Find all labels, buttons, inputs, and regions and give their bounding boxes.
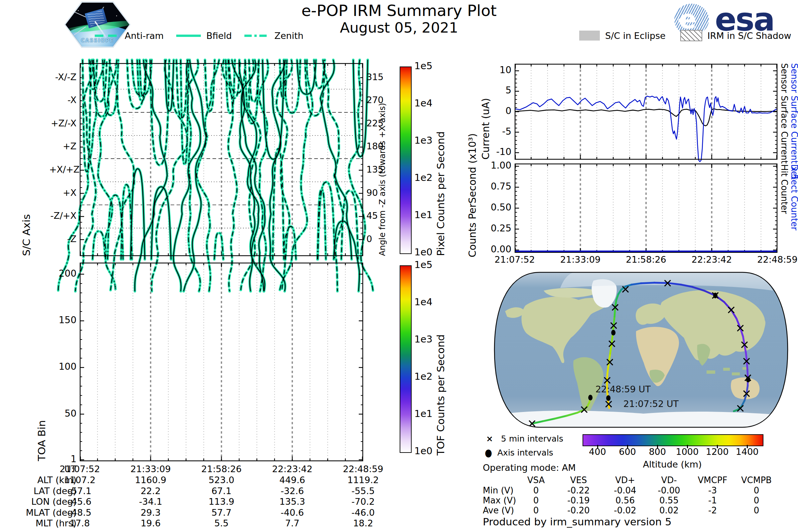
time-xtick: 22:23:42 bbox=[685, 255, 739, 265]
operating-mode: Operating mode: AM bbox=[483, 463, 576, 473]
angle-ytick: 315 bbox=[366, 72, 390, 82]
voltage-col-header: VCMPB bbox=[733, 475, 780, 485]
voltage-col-header: VD+ bbox=[602, 475, 648, 485]
ephemeris-value: 135.3 bbox=[259, 497, 325, 507]
voltage-value: -0.02 bbox=[602, 506, 648, 515]
ephemeris-value: -45.6 bbox=[46, 497, 113, 507]
altitude-tick-mark bbox=[657, 445, 658, 448]
sc-ytick: -Z/+X bbox=[49, 211, 76, 221]
voltage-col-header: VMCPF bbox=[689, 475, 736, 485]
legend-label: Bfield bbox=[206, 31, 232, 41]
map-annotation: 22:48:59 UT bbox=[595, 384, 651, 394]
voltage-value: -0.20 bbox=[555, 506, 602, 515]
toa-ytick: 100 bbox=[49, 362, 76, 372]
voltage-value: 0.02 bbox=[646, 506, 692, 515]
pixel-colorbar bbox=[400, 66, 412, 254]
sc-ytick: -X/-Z bbox=[49, 72, 76, 82]
sc-ytick: +X bbox=[49, 188, 76, 198]
altitude-tick-mark bbox=[687, 445, 688, 448]
colorbar-tick: 1e2 bbox=[414, 173, 441, 183]
ephemeris-value: 18.2 bbox=[330, 518, 396, 528]
sc-ytick: -Z bbox=[49, 234, 76, 244]
legend-label: Anti-ram bbox=[125, 31, 164, 41]
counts-ytick: 1.00 bbox=[483, 160, 511, 171]
ephemeris-value: -48.5 bbox=[46, 508, 113, 518]
ephemeris-value: -55.5 bbox=[330, 486, 396, 496]
ephemeris-value: 21:58:26 bbox=[188, 464, 255, 474]
ephemeris-value: 113.9 bbox=[188, 497, 255, 507]
ephemeris-value: 17.8 bbox=[46, 518, 113, 528]
ephemeris-value: 449.6 bbox=[259, 475, 325, 485]
pixel-colorbar-label: Pixel Counts per Second bbox=[435, 63, 446, 256]
colorbar-tick: 1e4 bbox=[414, 297, 441, 307]
angle-ytick: 225 bbox=[366, 118, 390, 128]
voltage-value: 0 bbox=[733, 496, 780, 506]
ephemeris-value: 29.3 bbox=[117, 508, 184, 518]
angle-ytick: 180 bbox=[366, 141, 390, 151]
altitude-tick: 1200 bbox=[702, 447, 732, 457]
ephemeris-value: 1107.2 bbox=[46, 475, 113, 485]
map-annotation: 21:07:52 UT bbox=[624, 399, 679, 409]
sc-ytick: +Z bbox=[49, 141, 76, 151]
colorbar-tick: 1e4 bbox=[414, 98, 441, 109]
counts-ylabel: Counts Per Second (x10³) bbox=[467, 159, 478, 258]
legend-item-antiram: Anti-ram bbox=[95, 31, 164, 41]
angle-ytick: 90 bbox=[366, 188, 390, 198]
voltage-value: 0 bbox=[733, 486, 780, 495]
voltage-value: 0 bbox=[513, 486, 559, 495]
voltage-value: 0.55 bbox=[646, 496, 692, 506]
current-plot bbox=[515, 64, 777, 159]
counts-ytick: 0.25 bbox=[483, 224, 511, 234]
colorbar-tick: 1e1 bbox=[414, 210, 441, 221]
tof-colorbar-label: TOF Counts per Second bbox=[435, 263, 446, 456]
voltage-value: -0.00 bbox=[646, 486, 692, 495]
produced-by-footer: Produced by irm_summary version 5 bbox=[483, 516, 672, 527]
altitude-tick-mark bbox=[627, 445, 628, 448]
altitude-colorbar-label: Altitude (km) bbox=[583, 459, 762, 470]
legend-item-eclipse: S/C in Eclipse bbox=[579, 31, 666, 41]
colorbar-tick: 1e0 bbox=[414, 446, 441, 457]
toa-ylabel: TOA Bin bbox=[36, 263, 47, 461]
detect-counter-label: Detect Counter bbox=[790, 164, 798, 258]
toa-ytick: 50 bbox=[49, 408, 76, 419]
altitude-tick-mark bbox=[717, 445, 718, 448]
ephemeris-value: 21:33:09 bbox=[117, 464, 184, 474]
ephemeris-value: 7.7 bbox=[259, 518, 325, 528]
legend-label: S/C in Eclipse bbox=[605, 31, 666, 41]
ephemeris-value: 21:07:52 bbox=[46, 464, 113, 474]
altitude-colorbar bbox=[583, 434, 763, 446]
ephemeris-value: 22.2 bbox=[117, 486, 184, 496]
sc-axis-ylabel: S/C Axis bbox=[21, 63, 32, 256]
x-marker-icon: × bbox=[486, 434, 493, 443]
current-ytick: -10 bbox=[483, 147, 511, 157]
hit-counter-label: Hit Counter bbox=[779, 164, 789, 258]
angle-ytick: 0 bbox=[366, 234, 390, 244]
sc-ytick: +X/+Z bbox=[49, 165, 76, 174]
map-legend-5min: × 5 min intervals bbox=[486, 434, 563, 443]
ephemeris-value: 67.1 bbox=[188, 486, 255, 496]
colorbar-tick: 1e5 bbox=[414, 260, 441, 270]
tof-colorbar bbox=[400, 265, 412, 453]
voltage-col-header: VSA bbox=[513, 475, 559, 485]
colorbar-tick: 1e5 bbox=[414, 61, 441, 72]
colorbar-tick: 1e0 bbox=[414, 247, 441, 258]
counts-ytick: 0.50 bbox=[483, 203, 511, 213]
ephemeris-value: 523.0 bbox=[188, 475, 255, 485]
ephemeris-value: -46.0 bbox=[330, 508, 396, 518]
altitude-tick-mark bbox=[747, 445, 748, 448]
eclipse-gray-box-icon bbox=[579, 31, 600, 41]
time-xtick: 22:48:59 bbox=[751, 255, 798, 265]
voltage-col-header: VD- bbox=[646, 475, 692, 485]
angle-axis-label: Angle from -Z axis (towards +X axis) bbox=[378, 63, 387, 256]
voltage-value: 0 bbox=[513, 506, 559, 515]
bfield-solid-line-icon bbox=[176, 35, 201, 37]
voltage-value: 0 bbox=[513, 496, 559, 506]
ephemeris-value: 1119.2 bbox=[330, 475, 396, 485]
antiram-dashed-line-icon bbox=[95, 35, 119, 37]
voltage-col-header: VES bbox=[555, 475, 602, 485]
ephemeris-value: 5.5 bbox=[188, 518, 255, 528]
counts-plot bbox=[515, 164, 777, 253]
altitude-tick: 400 bbox=[583, 447, 612, 457]
shadow-hatched-box-icon bbox=[680, 30, 702, 41]
voltage-value: 0 bbox=[733, 506, 780, 515]
